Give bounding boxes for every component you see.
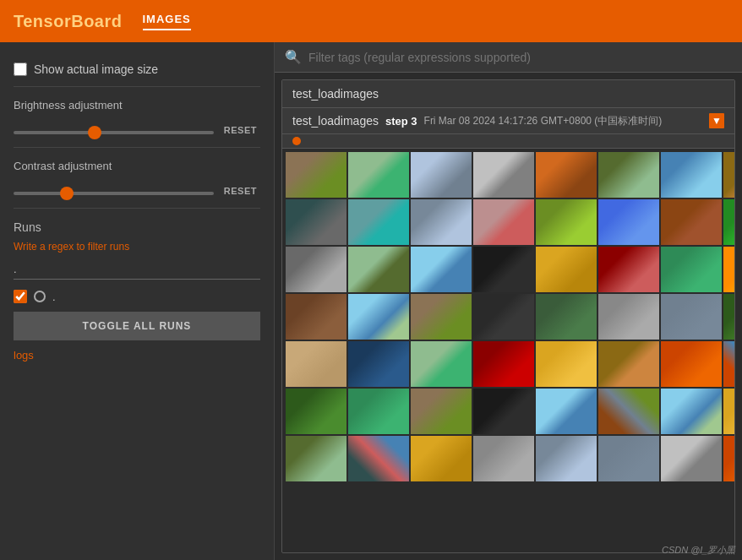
image-cell[interactable]: [661, 199, 722, 245]
run-header-left: test_loadimages step 3 Fri Mar 08 2024 1…: [292, 114, 662, 128]
image-cell[interactable]: [598, 341, 659, 387]
image-panel: test_loadimages test_loadimages step 3 F…: [281, 79, 735, 553]
image-cell[interactable]: [536, 152, 597, 198]
image-cell[interactable]: [473, 152, 534, 198]
image-cell[interactable]: [661, 152, 722, 198]
tab-images[interactable]: IMAGES: [143, 13, 191, 30]
image-cell[interactable]: [411, 389, 472, 434]
image-cell[interactable]: [598, 199, 659, 245]
image-cell[interactable]: [661, 436, 722, 481]
image-cell[interactable]: [536, 247, 597, 292]
image-cell[interactable]: [723, 389, 734, 434]
brightness-title: Brightness adjustment: [14, 99, 260, 111]
toggle-all-runs-button[interactable]: TOGGLE ALL RUNS: [14, 312, 260, 340]
image-cell[interactable]: [411, 152, 472, 198]
logs-label[interactable]: logs: [14, 349, 34, 362]
image-cell[interactable]: [598, 294, 659, 340]
image-cell[interactable]: [286, 389, 346, 434]
image-cell[interactable]: [411, 294, 472, 340]
run-name-text: test_loadimages: [292, 114, 379, 128]
main-content: 🔍 test_loadimages test_loadimages step 3…: [275, 42, 742, 560]
run-item-row: .: [14, 290, 260, 303]
image-cell[interactable]: [723, 199, 734, 245]
panel-tag-header: test_loadimages: [282, 80, 734, 108]
image-cell[interactable]: [348, 294, 409, 340]
run-name-label: .: [52, 291, 56, 303]
image-cell[interactable]: [536, 294, 597, 340]
image-cell[interactable]: [598, 389, 659, 434]
image-cell[interactable]: [411, 247, 472, 292]
contrast-slider-container: [14, 185, 214, 198]
image-cell[interactable]: [473, 294, 534, 340]
run-step-text: step 3: [385, 115, 417, 128]
image-grid-container[interactable]: [282, 149, 734, 485]
image-cell[interactable]: [536, 199, 597, 245]
image-cell[interactable]: [411, 199, 472, 245]
image-cell[interactable]: [473, 247, 534, 292]
image-cell[interactable]: [473, 199, 534, 245]
panel-run-header: test_loadimages step 3 Fri Mar 08 2024 1…: [282, 108, 734, 134]
contrast-title: Contrast adjustment: [14, 160, 260, 172]
image-cell[interactable]: [598, 152, 659, 198]
search-input[interactable]: [308, 51, 732, 64]
app-logo: TensorBoard: [14, 12, 123, 31]
image-cell[interactable]: [411, 436, 472, 481]
image-cell[interactable]: [473, 436, 534, 481]
image-cell[interactable]: [661, 294, 722, 340]
image-cell[interactable]: [286, 199, 346, 245]
image-cell[interactable]: [723, 152, 734, 198]
run-expand-button[interactable]: ▼: [709, 113, 724, 128]
image-grid: [282, 149, 734, 485]
main-layout: Show actual image size Brightness adjust…: [0, 42, 742, 560]
image-cell[interactable]: [723, 247, 734, 292]
watermark: CSDN @l_罗小黑: [662, 544, 735, 557]
runs-filter-label: Write a regex to filter runs: [14, 241, 260, 253]
image-cell[interactable]: [348, 152, 409, 198]
image-cell[interactable]: [723, 436, 734, 481]
image-cell[interactable]: [661, 247, 722, 292]
brightness-reset-button[interactable]: RESET: [221, 122, 260, 139]
search-icon: 🔍: [285, 49, 302, 65]
runs-filter-input[interactable]: [14, 259, 260, 280]
runs-title: Runs: [14, 220, 260, 234]
image-cell[interactable]: [286, 294, 346, 340]
brightness-slider[interactable]: [14, 131, 214, 134]
image-cell[interactable]: [598, 436, 659, 481]
run-timestamp: Fri Mar 08 2024 14:17:26 GMT+0800 (中国标准时…: [424, 114, 663, 128]
contrast-slider-row: RESET: [14, 182, 260, 199]
image-cell[interactable]: [598, 247, 659, 292]
image-cell[interactable]: [348, 199, 409, 245]
image-cell[interactable]: [473, 341, 534, 387]
brightness-section: Brightness adjustment RESET: [14, 87, 260, 148]
image-cell[interactable]: [286, 152, 346, 198]
image-cell[interactable]: [536, 436, 597, 481]
image-cell[interactable]: [661, 389, 722, 434]
image-cell[interactable]: [348, 341, 409, 387]
image-cell[interactable]: [348, 247, 409, 292]
image-cell[interactable]: [348, 436, 409, 481]
brightness-slider-row: RESET: [14, 122, 260, 139]
image-cell[interactable]: [473, 389, 534, 434]
step-dot-icon: [292, 137, 301, 145]
image-cell[interactable]: [536, 341, 597, 387]
image-cell[interactable]: [536, 389, 597, 434]
header: TensorBoard IMAGES: [0, 0, 742, 42]
contrast-reset-button[interactable]: RESET: [221, 182, 260, 199]
search-bar: 🔍: [275, 42, 742, 73]
image-panel-wrapper: test_loadimages test_loadimages step 3 F…: [282, 80, 734, 485]
image-cell[interactable]: [348, 389, 409, 434]
image-cell[interactable]: [286, 247, 346, 292]
image-cell[interactable]: [286, 341, 346, 387]
image-cell[interactable]: [661, 341, 722, 387]
image-cell[interactable]: [286, 436, 346, 481]
sidebar: Show actual image size Brightness adjust…: [0, 42, 275, 560]
image-cell[interactable]: [723, 341, 734, 387]
show-actual-image-size-row: Show actual image size: [14, 52, 260, 87]
show-actual-image-size-checkbox[interactable]: [14, 63, 27, 76]
show-actual-image-size-label: Show actual image size: [34, 63, 158, 76]
contrast-section: Contrast adjustment RESET: [14, 148, 260, 209]
contrast-slider[interactable]: [14, 192, 214, 195]
run-checkbox[interactable]: [14, 290, 27, 303]
image-cell[interactable]: [411, 341, 472, 387]
image-cell[interactable]: [723, 294, 734, 340]
